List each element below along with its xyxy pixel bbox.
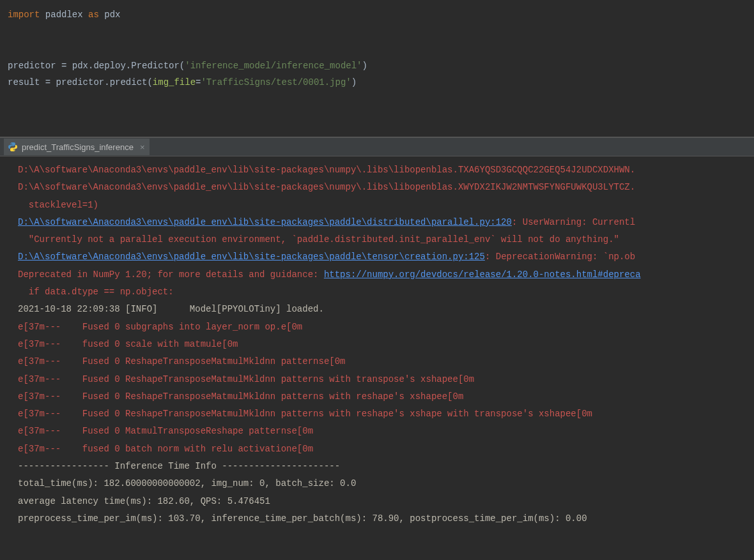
console-line: average latency time(ms): 182.60, QPS: 5… [18,496,270,506]
console-line: e[37m--- Fused 0 ReshapeTransposeMatmulM… [18,356,345,367]
string-literal: 'inference_model/inference_model' [185,61,362,71]
console-link[interactable]: https://numpy.org/devdocs/release/1.20.0… [324,269,641,280]
console-output[interactable]: D:\A\software\Anaconda3\envs\paddle_env\… [0,156,754,560]
keyword-import: import [8,10,40,20]
code-editor[interactable]: import paddlex as pdx predictor = pdx.de… [0,0,754,137]
console-line: stacklevel=1) [18,200,98,210]
console-line: e[37m--- Fused 0 ReshapeTransposeMatmulM… [18,409,592,419]
console-line: Deprecated in NumPy 1.20; for more detai… [18,269,324,280]
python-icon [8,142,18,152]
console-line: D:\A\software\Anaconda3\envs\paddle_env\… [18,182,635,192]
run-tab[interactable]: predict_TrafficSigns_inference × [4,139,150,155]
console-line: if data.dtype == np.object: [18,287,174,297]
console-link[interactable]: D:\A\software\Anaconda3\envs\paddle_env\… [18,252,485,262]
console-line: e[37m--- fused 0 scale with matmule[0m [18,339,238,349]
code-text: pdx [99,10,121,20]
console-link[interactable]: D:\A\software\Anaconda3\envs\paddle_env\… [18,217,512,227]
console-line: : UserWarning: Currentl [512,217,635,227]
console-line: preprocess_time_per_im(ms): 103.70, infe… [18,513,587,524]
console-line: e[37m--- Fused 0 MatmulTransposeReshape … [18,426,313,436]
console-line: "Currently not a parallel execution envi… [18,234,619,245]
console-line: total_time(ms): 182.60000000000002, img_… [18,478,356,488]
console-line: e[37m--- Fused 0 ReshapeTransposeMatmulM… [18,374,474,384]
string-literal: 'TrafficSigns/test/0001.jpg' [201,77,351,87]
console-line: e[37m--- Fused 0 subgraphs into layer_no… [18,322,302,332]
keyword-as: as [88,10,99,20]
code-text: paddlex [40,10,88,20]
tab-label: predict_TrafficSigns_inference [22,142,134,152]
console-line: e[37m--- Fused 0 ReshapeTransposeMatmulM… [18,391,463,402]
param-name: img_file [153,77,196,87]
console-tab-bar: predict_TrafficSigns_inference × [0,137,754,156]
code-text: ) [362,61,367,71]
console-line: : DeprecationWarning: `np.ob [485,252,635,262]
console-line: D:\A\software\Anaconda3\envs\paddle_env\… [18,165,635,175]
console-line: 2021-10-18 22:09:38 [INFO] Model[PPYOLOT… [18,304,324,314]
console-line: ----------------- Inference Time Info --… [18,461,340,471]
code-text: result = predictor.predict( [8,77,153,87]
code-text: predictor = pdx.deploy.Predictor( [8,61,185,71]
code-text: ) [351,77,357,87]
close-icon[interactable]: × [137,142,145,152]
console-line: e[37m--- fused 0 batch norm with relu ac… [18,444,313,454]
